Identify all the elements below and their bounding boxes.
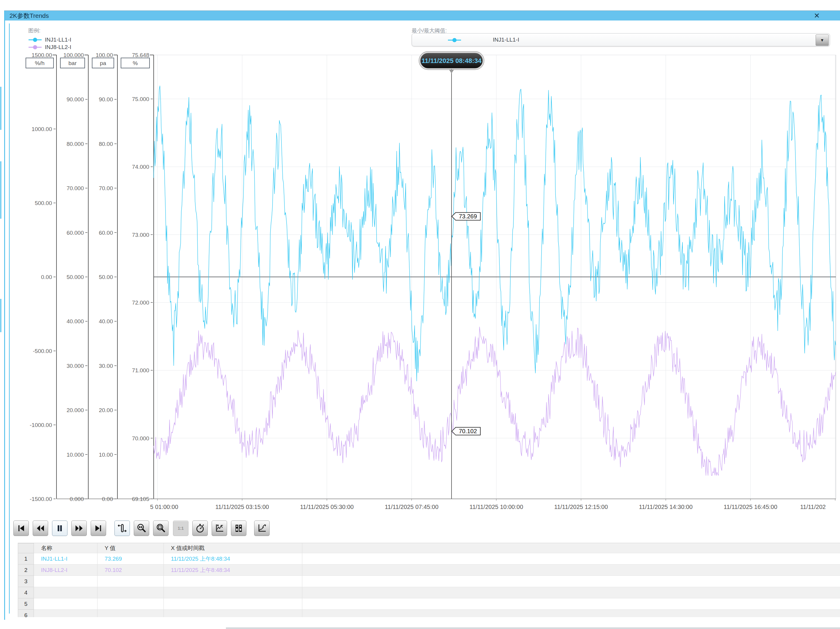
ruler-timestamp-bubble[interactable]: 11/11/2025 08:48:34 <box>419 52 484 74</box>
column-header[interactable]: Y 值 <box>98 543 164 553</box>
table-header-row: 名称Y 值X 值或时间戳 <box>18 543 840 553</box>
time-range-icon <box>195 523 205 533</box>
svg-text:%/h: %/h <box>35 60 44 66</box>
zoom-area-button[interactable] <box>153 520 169 536</box>
unit-box-%: % <box>121 58 150 68</box>
table-row[interactable]: 5 <box>18 598 840 610</box>
table-row[interactable]: 3 <box>18 576 840 587</box>
svg-text:70.000: 70.000 <box>132 435 149 441</box>
series-marker-icon <box>28 38 42 42</box>
cell-x-value <box>164 576 302 587</box>
svg-text:-500.00: -500.00 <box>33 348 52 354</box>
svg-text:11/11/2025 10:00:00: 11/11/2025 10:00:00 <box>470 504 523 510</box>
cell-x-value: 11/11/2025 上午8:48:34 <box>164 553 302 564</box>
svg-text:20.000: 20.000 <box>66 407 84 413</box>
ruler-value-table: 名称Y 值X 值或时间戳1INJ1-LL1-I73.26911/11/2025 … <box>18 543 840 617</box>
zoom-time-icon <box>136 523 147 533</box>
svg-text:73.269: 73.269 <box>459 213 477 219</box>
legend: 图例: INJ1-LL1-I INJ8-LL2-I <box>28 27 71 51</box>
reset-view-button[interactable] <box>254 520 270 536</box>
unit-box-pa: pa <box>92 58 114 68</box>
fast-forward-button[interactable] <box>71 520 87 536</box>
svg-text:70.102: 70.102 <box>459 428 477 434</box>
background-window-edge <box>0 161 2 219</box>
svg-text:-1000.00: -1000.00 <box>30 422 52 428</box>
svg-text:%: % <box>133 60 138 66</box>
value-range-button[interactable] <box>212 520 227 536</box>
svg-text:72.000: 72.000 <box>132 300 149 306</box>
y-axis-bar: 100.00090.00080.00070.00060.00050.00040.… <box>63 52 88 502</box>
cell-empty <box>302 564 840 576</box>
svg-text:60.00: 60.00 <box>99 230 113 236</box>
cell-name: INJ1-LL1-I <box>34 553 98 564</box>
svg-text:11/11/2025 12:15:00: 11/11/2025 12:15:00 <box>554 504 608 510</box>
cell-x-value <box>164 587 302 598</box>
cell-y-value <box>98 610 164 617</box>
minmax-selected-value: INJ1-LL1-I <box>493 36 519 43</box>
unit-box-bar: bar <box>60 58 85 68</box>
one-to-one-icon: 1:1 <box>176 523 186 533</box>
skip-to-start-button[interactable] <box>13 520 29 536</box>
cell-name <box>34 610 98 617</box>
rewind-button[interactable] <box>33 520 48 536</box>
svg-text:20.00: 20.00 <box>99 407 113 413</box>
svg-text:1:1: 1:1 <box>178 526 184 531</box>
svg-text:70.00: 70.00 <box>99 185 113 191</box>
svg-text:1000.00: 1000.00 <box>32 126 52 132</box>
table-row[interactable]: 1INJ1-LL1-I73.26911/11/2025 上午8:48:34 <box>18 553 840 564</box>
svg-text:5 01:00:00: 5 01:00:00 <box>150 504 178 510</box>
column-header-empty <box>302 543 840 553</box>
titlebar[interactable]: 2K参数Trends ✕ <box>4 11 840 20</box>
row-number: 5 <box>18 598 34 610</box>
svg-text:30.00: 30.00 <box>99 363 113 369</box>
svg-text:73.000: 73.000 <box>132 232 149 238</box>
x-axis-labels: 5 01:00:0011/11/2025 03:15:0011/11/2025 … <box>150 499 835 510</box>
skip-to-start-icon <box>16 523 26 533</box>
cell-empty <box>302 587 840 598</box>
table-row[interactable]: 4 <box>18 587 840 598</box>
archives-button[interactable] <box>231 520 246 536</box>
zoom-area-icon <box>156 523 166 533</box>
svg-text:90.000: 90.000 <box>66 96 84 102</box>
svg-text:11/11/2025 08:48:34: 11/11/2025 08:48:34 <box>422 57 482 65</box>
row-number-header <box>18 543 34 553</box>
cell-x-value <box>164 610 302 617</box>
cell-y-value <box>98 587 164 598</box>
table-row[interactable]: 2INJ8-LL2-I70.10211/11/2025 上午8:48:34 <box>18 564 840 576</box>
gridlines <box>154 55 836 499</box>
dropdown-arrow-button[interactable]: ▼ <box>816 35 829 46</box>
legend-item-inj1-ll1-i[interactable]: INJ1-LL1-I <box>28 36 71 43</box>
one-to-one-button[interactable]: 1:1 <box>173 520 188 536</box>
column-header[interactable]: X 值或时间戳 <box>164 543 302 553</box>
svg-text:bar: bar <box>68 60 77 66</box>
column-header[interactable]: 名称 <box>34 543 98 553</box>
series-marker-icon <box>28 45 42 49</box>
cell-x-value <box>164 598 302 610</box>
svg-text:10.00: 10.00 <box>99 452 113 458</box>
time-range-button[interactable] <box>192 520 208 536</box>
svg-text:11/11/2025 05:30:00: 11/11/2025 05:30:00 <box>300 504 354 510</box>
legend-item-inj8-ll2-i[interactable]: INJ8-LL2-I <box>28 43 71 51</box>
svg-text:11/11/2025 07:45:00: 11/11/2025 07:45:00 <box>385 504 439 510</box>
svg-text:11/11/2025 16:45:00: 11/11/2025 16:45:00 <box>724 504 778 510</box>
close-icon[interactable]: ✕ <box>810 12 823 20</box>
svg-text:100.00: 100.00 <box>96 52 113 58</box>
svg-text:11/11/2025 14:30:00: 11/11/2025 14:30:00 <box>639 504 693 510</box>
ruler-value-flag: 70.102 <box>452 427 480 435</box>
y-axis-pa: 100.0090.0080.0070.0060.0050.0040.0030.0… <box>96 52 117 502</box>
skip-to-end-button[interactable] <box>91 520 106 536</box>
chevron-down-icon: ▼ <box>820 38 824 43</box>
minmax-selector[interactable]: INJ1-LL1-I ▼ <box>412 33 830 46</box>
ruler-mode-button[interactable] <box>114 520 130 536</box>
svg-text:71.000: 71.000 <box>132 367 149 374</box>
svg-text:40.000: 40.000 <box>66 318 84 325</box>
pause-button[interactable] <box>52 520 68 536</box>
row-number: 4 <box>18 587 34 598</box>
cell-empty <box>302 553 840 564</box>
cell-empty <box>302 576 840 587</box>
zoom-time-button[interactable] <box>134 520 149 536</box>
background-window-edge <box>0 299 2 332</box>
svg-text:11/11/202: 11/11/202 <box>800 504 826 510</box>
trend-chart[interactable]: 1500.001000.00500.000.00-500.00-1000.00-… <box>4 20 840 520</box>
table-row[interactable]: 6 <box>18 610 840 617</box>
